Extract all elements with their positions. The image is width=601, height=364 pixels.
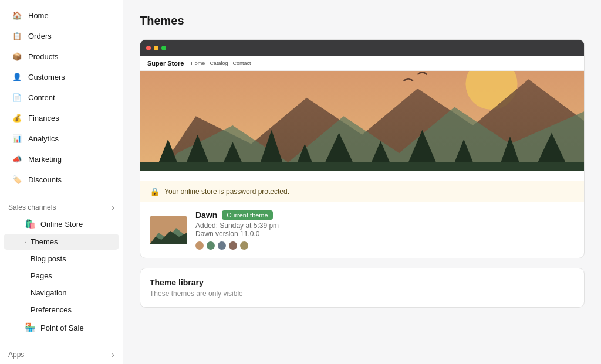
theme-version: Dawn version 11.0.0 (195, 230, 575, 238)
theme-color-dots (195, 241, 575, 250)
store-logo: Super Store (147, 60, 184, 67)
preview-browser: Super Store Home Catalog Contact (140, 40, 584, 181)
theme-thumbnail (150, 216, 187, 244)
discounts-icon: 🏷️ (12, 174, 22, 185)
browser-bar (140, 40, 584, 56)
theme-dot-1 (195, 241, 204, 250)
marketing-icon: 📣 (12, 154, 22, 164)
library-title: Theme library (150, 278, 575, 287)
sidebar-item-point-of-sale[interactable]: 🏪 Point of Sale (4, 319, 119, 336)
sidebar-item-products[interactable]: 📦 Products (4, 46, 119, 66)
sidebar-item-blog-posts[interactable]: Blog posts (4, 251, 119, 267)
sidebar-item-content[interactable]: 📄 Content (4, 87, 119, 107)
sidebar-item-discounts[interactable]: 🏷️ Discounts (4, 169, 119, 189)
theme-dot-2 (207, 241, 215, 250)
pos-icon: 🏪 (25, 322, 36, 333)
sales-channels-chevron[interactable]: › (112, 203, 114, 212)
theme-name-row: Dawn Current theme (195, 210, 575, 220)
theme-details: Dawn Current theme Added: Sunday at 5:39… (195, 210, 575, 250)
themes-preview-card: Super Store Home Catalog Contact (140, 39, 585, 258)
sidebar-item-home-label: Home (28, 11, 49, 20)
products-icon: 📦 (12, 51, 22, 62)
store-nav-links: Home Catalog Contact (191, 60, 251, 66)
apps-chevron[interactable]: › (112, 350, 114, 359)
store-nav-bar: Super Store Home Catalog Contact (140, 56, 584, 71)
svg-rect-4 (140, 162, 584, 171)
content-icon: 📄 (12, 92, 22, 103)
password-message: Your online store is password protected. (164, 188, 289, 196)
sidebar-item-customers[interactable]: 👤 Customers (4, 67, 119, 87)
home-icon: 🏠 (12, 10, 22, 21)
current-theme-badge: Current theme (222, 210, 272, 220)
customers-icon: 👤 (12, 72, 22, 82)
sidebar-item-preferences[interactable]: Preferences (4, 302, 119, 318)
sidebar-item-customers-label: Customers (28, 73, 65, 81)
sidebar-item-finances[interactable]: 💰 Finances (4, 108, 119, 128)
online-store-icon: 🛍️ (25, 219, 36, 229)
password-bar: 🔒 Your online store is password protecte… (140, 181, 584, 202)
theme-dot-4 (229, 241, 237, 250)
orders-icon: 📋 (12, 30, 22, 41)
theme-added: Added: Sunday at 5:39 pm (195, 222, 575, 230)
sidebar: 🏠 Home 📋 Orders 📦 Products 👤 Customers 📄… (0, 0, 123, 364)
sidebar-item-home[interactable]: 🏠 Home (4, 5, 119, 25)
sidebar-item-marketing[interactable]: 📣 Marketing (4, 149, 119, 169)
main-content: Themes Super Store Home Catalog Contact (123, 0, 601, 364)
nav-link-catalog: Catalog (210, 60, 228, 66)
library-desc: These themes are only visible (150, 290, 575, 298)
browser-dot-green (161, 46, 166, 50)
themes-bullet: · (25, 237, 27, 246)
sidebar-item-analytics-label: Analytics (28, 134, 59, 143)
sales-channels-section: Sales channels › (0, 197, 123, 215)
theme-name: Dawn (195, 210, 217, 220)
analytics-icon: 📊 (12, 133, 22, 144)
sidebar-item-online-store[interactable]: 🛍️ Online Store (4, 215, 119, 233)
theme-dot-5 (240, 241, 248, 250)
nav-link-contact: Contact (232, 60, 251, 66)
theme-info-row: Dawn Current theme Added: Sunday at 5:39… (140, 202, 584, 258)
apps-section: Apps › (0, 344, 123, 362)
lock-icon: 🔒 (150, 187, 160, 196)
theme-library-card: Theme library These themes are only visi… (140, 268, 585, 308)
sidebar-item-orders-label: Orders (28, 32, 52, 40)
nav-link-home: Home (191, 60, 205, 66)
sidebar-item-products-label: Products (28, 52, 58, 61)
theme-dot-3 (218, 241, 226, 250)
thumbnail-illustration (150, 216, 187, 244)
store-hero (140, 71, 584, 171)
finances-icon: 💰 (12, 113, 22, 123)
sidebar-item-pages[interactable]: Pages (4, 268, 119, 284)
sidebar-item-finances-label: Finances (28, 114, 59, 123)
browser-content: Super Store Home Catalog Contact (140, 56, 584, 181)
sidebar-item-content-label: Content (28, 93, 55, 102)
browser-dot-yellow (154, 46, 158, 50)
sidebar-item-analytics[interactable]: 📊 Analytics (4, 128, 119, 148)
sidebar-item-discounts-label: Discounts (28, 175, 62, 184)
hero-illustration (140, 71, 584, 171)
sidebar-item-navigation[interactable]: Navigation (4, 285, 119, 301)
page-title: Themes (140, 14, 585, 28)
sidebar-item-themes[interactable]: · Themes (4, 234, 119, 250)
sidebar-item-marketing-label: Marketing (28, 155, 62, 164)
sidebar-item-orders[interactable]: 📋 Orders (4, 26, 119, 46)
browser-dot-red (146, 46, 151, 50)
